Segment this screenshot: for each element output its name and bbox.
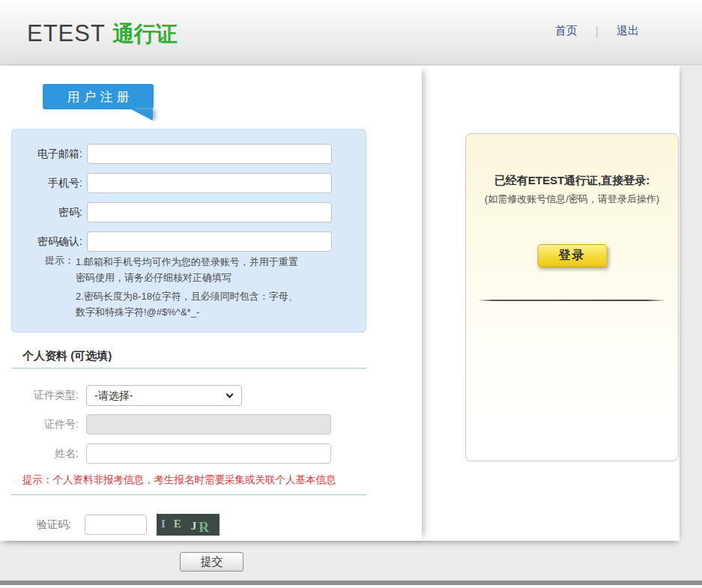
captcha-letter-1: I: [161, 518, 166, 530]
phone-label: 手机号:: [12, 173, 82, 193]
id-type-select[interactable]: -请选择-: [86, 385, 242, 406]
captcha-input[interactable]: [85, 515, 147, 535]
footer-below-strip: [0, 585, 702, 588]
captcha-image[interactable]: I E J R: [157, 514, 220, 536]
brand-pass: 通行证: [112, 19, 178, 49]
brand-logo: ETEST 通行证: [27, 19, 178, 49]
profile-warning-text: 提示：个人资料非报考信息，考生报名时需要采集或关联个人基本信息: [22, 473, 336, 487]
nav-separator: |: [596, 25, 599, 38]
main-content: 用户注册 电子邮箱: 手机号: 密码: 密码确认: 提示： 1.邮箱和手机号均可…: [0, 66, 680, 541]
password-confirm-field[interactable]: [87, 231, 332, 252]
existing-account-box: 已经有ETEST通行证,直接登录: (如需修改账号信息/密码，请登录后操作) 登…: [465, 133, 679, 461]
tips-line-3: 2.密码长度为8-18位字符，且必须同时包含：字母、: [76, 288, 298, 304]
id-type-selected-value: -请选择-: [94, 390, 133, 401]
submit-button[interactable]: 提交: [180, 552, 243, 572]
tab-user-register[interactable]: 用户注册: [43, 84, 154, 109]
login-box-title: 已经有ETEST通行证,直接登录:: [466, 174, 678, 188]
page-background: ETEST 通行证 首页 | 退出 用户注册 电子邮箱: 手机号: 密码:: [0, 0, 702, 588]
email-field[interactable]: [87, 144, 332, 164]
id-type-label: 证件类型:: [8, 385, 79, 405]
captcha-label: 验证码:: [8, 515, 71, 535]
login-box-subtitle: (如需修改账号信息/密码，请登录后操作): [466, 193, 678, 206]
brand-etest: ETEST: [27, 20, 106, 47]
login-button[interactable]: 登录: [537, 244, 607, 267]
tips-line-1: 1.邮箱和手机号均可作为您的登录账号，并用于重置: [76, 254, 298, 270]
register-form-box: 电子邮箱: 手机号: 密码: 密码确认: 提示： 1.邮箱和手机号均可作为您的登…: [11, 129, 366, 333]
nav-home-link[interactable]: 首页: [555, 24, 578, 38]
register-tips: 提示： 1.邮箱和手机号均可作为您的登录账号，并用于重置 密码使用，请务必仔细核…: [45, 254, 298, 320]
login-box-divider: [478, 300, 666, 301]
phone-field[interactable]: [87, 173, 332, 193]
nav-logout-link[interactable]: 退出: [617, 24, 639, 38]
captcha-letter-3: J: [191, 520, 197, 533]
divider-captcha-top: [11, 494, 366, 495]
password-field[interactable]: [87, 202, 332, 222]
name-field[interactable]: [86, 443, 331, 464]
tips-line-2: 密码使用，请务必仔细核对正确填写: [76, 270, 298, 285]
register-panel: 用户注册 电子邮箱: 手机号: 密码: 密码确认: 提示： 1.邮箱和手机号均可…: [0, 66, 422, 541]
header: ETEST 通行证 首页 | 退出: [0, 0, 702, 65]
divider-profile-top: [11, 368, 366, 369]
chevron-down-icon: [226, 391, 234, 398]
id-number-label: 证件号:: [8, 414, 79, 434]
password-confirm-label: 密码确认:: [12, 231, 82, 252]
tips-line-4: 数字和特殊字符!@#$%^&*_-: [76, 304, 298, 320]
tab-tail: [131, 109, 153, 121]
profile-section-heading: 个人资料 (可选填): [22, 349, 112, 363]
password-label: 密码:: [12, 202, 82, 222]
name-label: 姓名:: [8, 443, 79, 464]
tips-prefix: 提示：: [45, 254, 74, 320]
tips-lines: 1.邮箱和手机号均可作为您的登录账号，并用于重置 密码使用，请务必仔细核对正确填…: [76, 254, 298, 320]
email-label: 电子邮箱:: [12, 144, 82, 164]
id-number-field: [86, 414, 331, 434]
header-nav: 首页 | 退出: [555, 24, 639, 38]
captcha-letter-2: E: [174, 518, 181, 530]
captcha-letter-4: R: [199, 519, 209, 536]
tab-user-register-label: 用户注册: [67, 88, 133, 106]
